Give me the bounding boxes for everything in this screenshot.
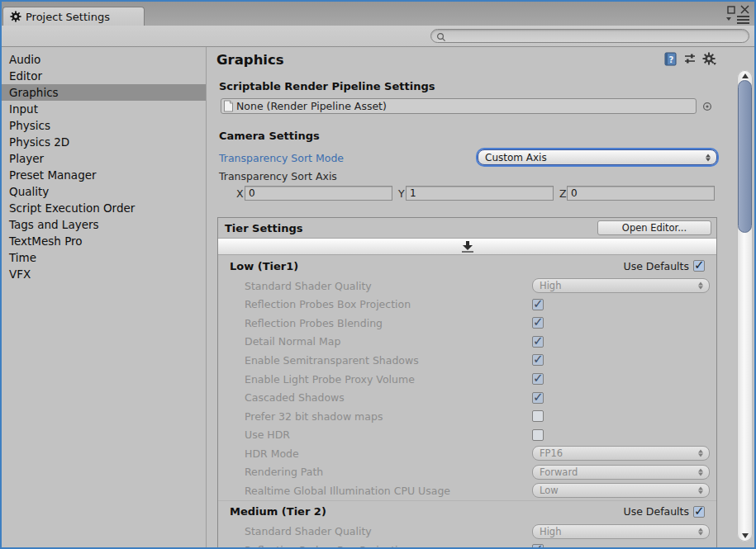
tier-row-hdr-mode: HDR ModeFP16: [218, 444, 716, 463]
close-icon[interactable]: [739, 4, 750, 15]
reflection-probes-box-projection-checkbox[interactable]: [532, 299, 544, 310]
transparency-sort-mode-dropdown[interactable]: Custom Axis: [478, 149, 717, 165]
tier-row-control: Low: [532, 483, 710, 498]
sidebar-item-editor[interactable]: Editor: [2, 68, 206, 84]
hdr-mode-dropdown[interactable]: FP16: [532, 446, 710, 461]
tier-row-control: Forward: [532, 465, 710, 480]
sidebar-item-quality[interactable]: Quality: [2, 183, 206, 200]
use-defaults-checkbox[interactable]: [693, 260, 705, 272]
sidebar-item-preset-manager[interactable]: Preset Manager: [2, 167, 206, 183]
tier-settings-title: Tier Settings: [225, 222, 597, 234]
tier-name: Low (Tier1): [230, 260, 623, 272]
tier-row-control: [532, 429, 710, 441]
cascaded-shadows-checkbox[interactable]: [532, 392, 544, 404]
sidebar-item-vfx[interactable]: VFX: [2, 266, 206, 282]
render-pipeline-asset-field[interactable]: None (Render Pipeline Asset): [221, 98, 697, 114]
tier-row-control: [532, 373, 710, 385]
toolbar: [2, 26, 754, 47]
realtime-global-illumination-cpu-usage-dropdown[interactable]: Low: [532, 483, 710, 498]
standard-shader-quality-dropdown[interactable]: High: [532, 524, 710, 539]
tier-import-bar[interactable]: [218, 239, 716, 255]
context-menu-gear-icon[interactable]: [702, 52, 717, 66]
tier-section-medium-tier-2: Medium (Tier 2)Use DefaultsStandard Shad…: [218, 500, 716, 547]
axis-y-field[interactable]: [406, 186, 554, 201]
sidebar-item-graphics[interactable]: Graphics: [2, 84, 206, 101]
svg-text:?: ?: [669, 55, 674, 64]
enable-light-probe-proxy-volume-checkbox[interactable]: [532, 373, 544, 385]
axis-z-field[interactable]: [567, 186, 715, 201]
sidebar-item-player[interactable]: Player: [2, 150, 206, 167]
tier-row-control: High: [532, 278, 710, 293]
sidebar-item-audio[interactable]: Audio: [2, 51, 206, 68]
scroll-down-icon[interactable]: [742, 533, 749, 538]
vertical-scrollbar[interactable]: [737, 70, 753, 542]
scroll-up-icon[interactable]: [742, 73, 749, 78]
sidebar-item-time[interactable]: Time: [2, 249, 206, 266]
sidebar-item-tags-and-layers[interactable]: Tags and Layers: [2, 216, 206, 233]
sidebar-item-physics-2d[interactable]: Physics 2D: [2, 134, 206, 150]
search-input[interactable]: [449, 31, 730, 42]
camera-section-header: Camera Settings: [219, 130, 320, 142]
tab-project-settings[interactable]: Project Settings: [2, 7, 145, 26]
tier-row-realtime-global-illumination-cpu-usage: Realtime Global Illumination CPU UsageLo…: [218, 481, 716, 500]
tier-row-control: [532, 317, 710, 329]
enable-semitransparent-shadows-checkbox[interactable]: [532, 354, 544, 366]
axis-y-label: Y: [398, 187, 405, 200]
maximize-icon[interactable]: [727, 6, 735, 14]
tier-row-label: Detail Normal Map: [245, 335, 532, 348]
tier-row-enable-semitransparent-shadows: Enable Semitransparent Shadows: [218, 351, 716, 370]
reflection-probes-blending-checkbox[interactable]: [532, 317, 544, 329]
settings-category-list: AudioEditorGraphicsInputPhysicsPhysics 2…: [2, 47, 207, 547]
sidebar-item-textmesh-pro[interactable]: TextMesh Pro: [2, 233, 206, 249]
search-box[interactable]: [430, 29, 749, 43]
use-defaults-label: Use Defaults: [623, 505, 689, 518]
tier-row-control: [532, 410, 710, 422]
asset-doc-icon: [223, 100, 234, 112]
tab-title: Project Settings: [26, 11, 110, 23]
presets-icon[interactable]: [683, 52, 697, 65]
tier-header-low-tier1: Low (Tier1)Use Defaults: [218, 255, 716, 277]
object-picker-icon[interactable]: [702, 102, 712, 111]
window-menu-icon[interactable]: [737, 16, 749, 24]
open-editor-button[interactable]: Open Editor...: [597, 220, 711, 235]
dropdown-value: High: [540, 280, 561, 291]
axis-x-label: X: [236, 187, 244, 200]
tier-row-detail-normal-map: Detail Normal Map: [218, 333, 716, 352]
rendering-path-dropdown[interactable]: Forward: [532, 465, 710, 480]
popup-arrows-icon: [698, 282, 703, 290]
tier-sections: Low (Tier1)Use DefaultsStandard Shader Q…: [218, 255, 716, 547]
sidebar-item-input[interactable]: Input: [2, 101, 206, 117]
tier-row-label: Realtime Global Illumination CPU Usage: [245, 485, 532, 497]
tier-row-reflection-probes-box-projection: Reflection Probes Box Projection: [218, 296, 716, 315]
reflection-probes-box-projection-checkbox[interactable]: [532, 544, 544, 547]
transparency-sort-axis-label: Transparency Sort Axis: [219, 170, 337, 182]
sidebar-item-script-execution-order[interactable]: Script Execution Order: [2, 200, 206, 216]
standard-shader-quality-dropdown[interactable]: High: [532, 278, 710, 293]
settings-gear-icon: [10, 11, 21, 22]
use-defaults-checkbox[interactable]: [693, 506, 705, 518]
tier-row-label: Cascaded Shadows: [245, 391, 532, 404]
tier-row-label: Prefer 32 bit shadow maps: [245, 410, 532, 423]
use-hdr-checkbox[interactable]: [532, 429, 544, 441]
dropdown-value: Forward: [540, 466, 578, 478]
tier-row-label: Reflection Probes Blending: [245, 317, 532, 329]
popup-arrows-icon: [706, 154, 711, 161]
tier-row-control: [532, 336, 710, 348]
tier-header-medium-tier-2: Medium (Tier 2)Use Defaults: [218, 501, 716, 523]
detail-normal-map-checkbox[interactable]: [532, 336, 544, 348]
scrollbar-thumb[interactable]: [738, 80, 752, 233]
tier-row-label: Enable Semitransparent Shadows: [245, 354, 532, 367]
tier-row-label: Standard Shader Quality: [245, 525, 532, 537]
sidebar-item-physics[interactable]: Physics: [2, 117, 206, 134]
tier-row-label: Use HDR: [245, 428, 532, 441]
dock-dropdown-icon[interactable]: [726, 17, 731, 21]
titlebar: Project Settings: [2, 2, 754, 26]
transparency-sort-mode-value: Custom Axis: [485, 152, 547, 163]
prefer-32-bit-shadow-maps-checkbox[interactable]: [532, 410, 544, 422]
tier-row-control: FP16: [532, 446, 710, 461]
help-icon[interactable]: ?: [663, 52, 678, 66]
window-controls: [721, 4, 751, 24]
axis-x-field[interactable]: [245, 186, 392, 201]
tier-row-label: Standard Shader Quality: [245, 280, 532, 292]
use-defaults-label: Use Defaults: [623, 260, 689, 272]
